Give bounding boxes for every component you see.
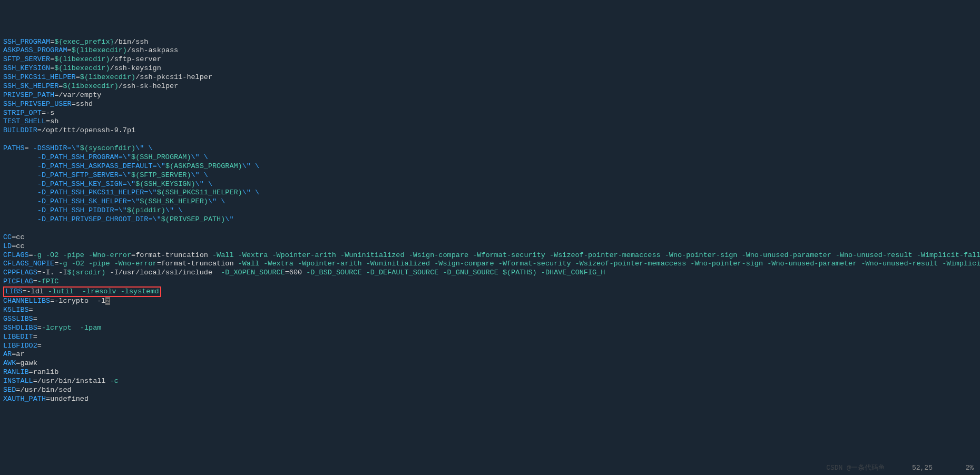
makefile-line: SSH_PKCS11_HELPER=$(libexecdir)/ssh-pkcs… [3,73,977,82]
cppflags-line: CPPFLAGS=-I. -I$(srcdir) -I/usr/local/ss… [3,269,977,278]
makefile-line: SED=/usr/bin/sed [3,386,977,395]
sshdlibs-line: SSHDLIBS=-lcrypt -lpam [3,324,977,333]
libs-line: LIBS=-ldl -lutil -lresolv -lsystemd [3,286,977,297]
makefile-line: TEST_SHELL=sh [3,117,977,126]
makefile-line: SSH_PROGRAM=${exec_prefix}/bin/ssh [3,38,977,47]
highlighted-box: LIBS=-ldl -lutil -lresolv -lsystemd [3,286,161,297]
terminal-output: SSH_PROGRAM=${exec_prefix}/bin/sshASKPAS… [3,38,977,404]
status-col: 25 [924,464,933,472]
watermark: CSDN @一条代码鱼 [826,464,885,472]
paths-line: -D_PATH_SSH_PIDDIR=\"$(piddir)\" \ [3,206,977,215]
makefile-line: CC=cc [3,233,977,242]
makefile-line: LIBFIDO2= [3,342,977,351]
cflags-nopie-line: CFLAGS_NOPIE=-g -O2 -pipe -Wno-error=for… [3,260,977,269]
paths-line: -D_PATH_SSH_ASKPASS_DEFAULT=\"$(ASKPASS_… [3,162,977,171]
paths-line: PATHS= -DSSHDIR=\"$(sysconfdir)\" \ [3,144,977,153]
paths-line: -D_PATH_PRIVSEP_CHROOT_DIR=\"$(PRIVSEP_P… [3,215,977,224]
makefile-line: SSH_KEYSIGN=$(libexecdir)/ssh-keysign [3,64,977,73]
makefile-line: PICFLAG=-fPIC [3,278,977,286]
paths-line: -D_PATH_SSH_PROGRAM=\"$(SSH_PROGRAM)\" \ [3,153,977,162]
makefile-line: SSH_SK_HELPER=$(libexecdir)/ssh-sk-helpe… [3,82,977,91]
channellibs-line: CHANNELLIBS=-lcrypto -lz [3,297,977,306]
paths-line: -D_PATH_SSH_SK_HELPER=\"$(SSH_SK_HELPER)… [3,197,977,206]
vim-status-bar: 52,25 2% [904,456,974,473]
makefile-line: LD=cc [3,242,977,251]
makefile-line: K5LIBS= [3,306,977,315]
paths-line: -D_PATH_SSH_KEY_SIGN=\"$(SSH_KEYSIGN)\" … [3,180,977,189]
status-line: 52 [912,464,920,472]
status-pct: 2% [965,464,974,472]
makefile-line: PRIVSEP_PATH=/var/empty [3,91,977,100]
makefile-line: ASKPASS_PROGRAM=$(libexecdir)/ssh-askpas… [3,46,977,55]
paths-line: -D_PATH_SFTP_SERVER=\"$(SFTP_SERVER)\" \ [3,171,977,180]
cflags-line: CFLAGS=-g -O2 -pipe -Wno-error=format-tr… [3,251,977,260]
makefile-line: BUILDDIR=/opt/ttt/openssh-9.7p1 [3,126,977,135]
makefile-line: XAUTH_PATH=undefined [3,395,977,404]
install-line: INSTALL=/usr/bin/install -c [3,377,977,386]
makefile-line: RANLIB=ranlib [3,368,977,377]
makefile-line: GSSLIBS= [3,315,977,324]
makefile-line: LIBEDIT= [3,333,977,342]
makefile-line: AR=ar [3,350,977,359]
cursor-selection: z [105,297,110,305]
makefile-line: STRIP_OPT=-s [3,109,977,118]
makefile-line: AWK=gawk [3,359,977,368]
makefile-line: SFTP_SERVER=$(libexecdir)/sftp-server [3,55,977,64]
paths-line: -D_PATH_SSH_PKCS11_HELPER=\"$(SSH_PKCS11… [3,189,977,197]
makefile-line: SSH_PRIVSEP_USER=sshd [3,100,977,109]
